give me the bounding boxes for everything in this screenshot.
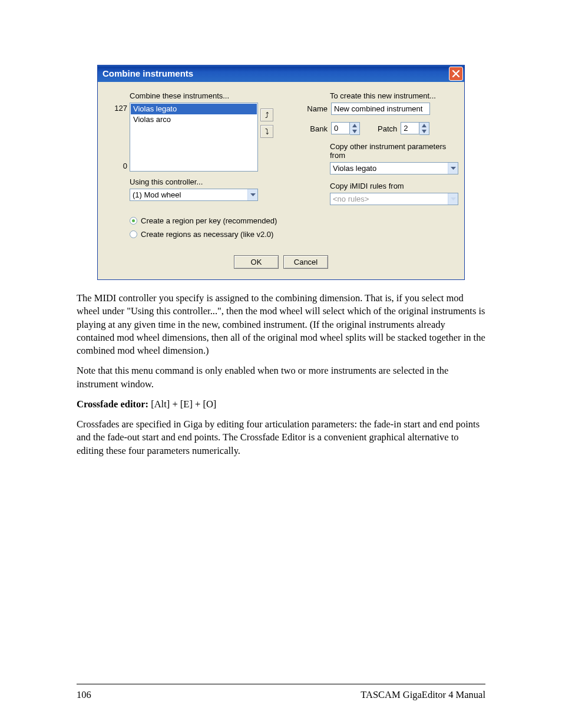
create-label: To create this new instrument...: [330, 91, 458, 100]
page-footer: 106 TASCAM GigaEditor 4 Manual: [77, 689, 485, 701]
controller-value: (1) Mod wheel: [133, 190, 247, 199]
down-arrow-icon: ⤵: [265, 127, 269, 136]
combine-label: Combine these instruments...: [130, 91, 291, 100]
patch-input[interactable]: 2: [401, 122, 419, 134]
name-input[interactable]: New combined instrument: [331, 103, 430, 115]
paragraph-1: The MIDI controller you specify is assig…: [77, 292, 485, 357]
velocity-low: 0: [123, 162, 127, 170]
controller-combo[interactable]: (1) Mod wheel: [130, 189, 258, 201]
combine-instruments-dialog: Combine instruments Combine these instru…: [97, 65, 465, 280]
dialog-title: Combine instruments: [103, 65, 193, 82]
copy-imidi-combo[interactable]: <no rules>: [330, 193, 458, 205]
crossfade-shortcut: [Alt] + [E] + [O]: [148, 398, 216, 410]
bank-input[interactable]: 0: [331, 122, 350, 134]
cancel-button[interactable]: Cancel: [283, 255, 328, 269]
copy-params-value: Violas legato: [333, 164, 448, 173]
chevron-down-icon: [448, 193, 458, 205]
copy-imidi-value: <no rules>: [333, 195, 448, 203]
chevron-down-icon: [247, 189, 257, 200]
close-button[interactable]: [449, 67, 463, 81]
radio-per-key[interactable]: [130, 217, 137, 225]
copy-params-label: Copy other instrument parameters from: [330, 142, 458, 160]
controller-label: Using this controller...: [130, 177, 291, 186]
close-icon: [452, 70, 460, 78]
radio-as-necessary[interactable]: [130, 230, 137, 238]
ok-button[interactable]: OK: [234, 255, 279, 269]
move-up-button[interactable]: ⤴: [260, 108, 273, 121]
crossfade-heading: Crossfade editor: [Alt] + [E] + [O]: [77, 398, 485, 411]
bank-spin-down[interactable]: [350, 129, 359, 134]
titlebar: Combine instruments: [98, 65, 464, 82]
paragraph-3: Crossfades are specified in Giga by edit…: [77, 418, 485, 457]
bank-label: Bank: [304, 124, 328, 133]
bank-spin-up[interactable]: [350, 123, 359, 129]
velocity-scale: 127 0: [112, 103, 127, 172]
patch-spin-down[interactable]: [419, 129, 429, 134]
instruments-listbox[interactable]: Violas legato Violas arco: [130, 103, 258, 172]
name-label: Name: [304, 104, 328, 113]
patch-spin-up[interactable]: [419, 123, 429, 129]
radio-as-necessary-label: Create regions as necessary (like v2.0): [141, 230, 273, 239]
patch-label: Patch: [378, 124, 397, 133]
page-number: 106: [77, 689, 91, 701]
crossfade-bold: Crossfade editor:: [77, 398, 148, 410]
paragraph-2: Note that this menu command is only enab…: [77, 364, 485, 391]
radio-per-key-label: Create a region per key (recommended): [141, 216, 277, 225]
copy-imidi-label: Copy iMIDI rules from: [330, 182, 458, 190]
velocity-high: 127: [114, 104, 127, 113]
footer-rule: [77, 684, 485, 684]
manual-title: TASCAM GigaEditor 4 Manual: [361, 689, 485, 701]
chevron-down-icon: [448, 163, 458, 174]
list-item[interactable]: Violas arco: [131, 114, 257, 125]
move-down-button[interactable]: ⤵: [260, 125, 273, 138]
up-arrow-icon: ⤴: [265, 111, 269, 120]
copy-params-combo[interactable]: Violas legato: [330, 162, 458, 174]
list-item[interactable]: Violas legato: [131, 104, 257, 114]
